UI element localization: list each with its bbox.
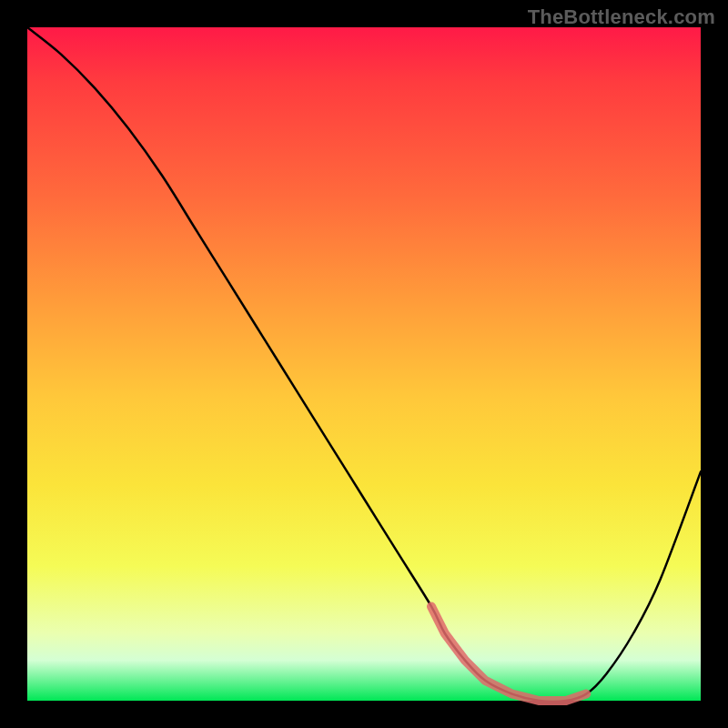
bottleneck-curve xyxy=(27,27,701,702)
watermark-text: TheBottleneck.com xyxy=(528,5,715,29)
highlight-band xyxy=(431,606,586,701)
plot-frame xyxy=(27,27,701,701)
curve-layer xyxy=(27,27,701,701)
plot-area xyxy=(27,27,701,701)
chart-container: TheBottleneck.com xyxy=(0,0,728,728)
